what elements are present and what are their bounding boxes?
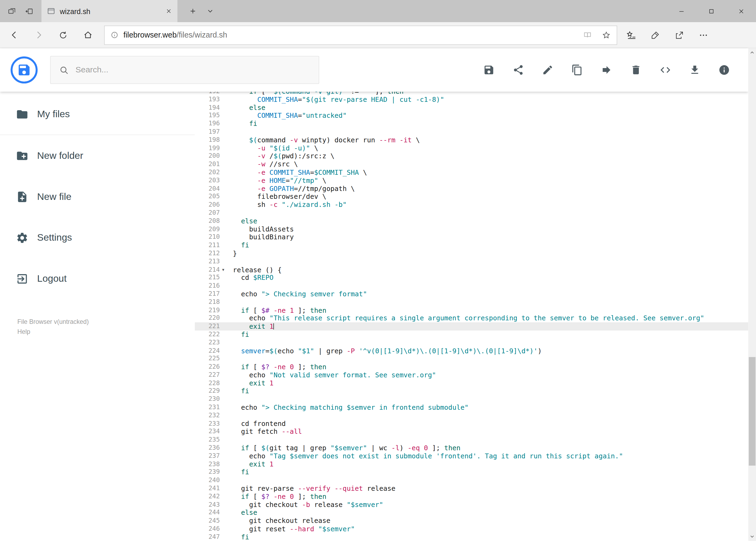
info-icon[interactable]	[111, 31, 119, 39]
reading-view-icon[interactable]	[583, 31, 592, 40]
code-line[interactable]: 209 buildAssets	[195, 225, 748, 233]
star-icon[interactable]	[602, 31, 611, 40]
delete-button[interactable]	[626, 59, 647, 81]
maximize-button[interactable]	[696, 0, 726, 22]
code-line[interactable]: 246 git reset --hard "$semver"	[195, 525, 748, 533]
code-line[interactable]: 216	[195, 282, 748, 290]
code-line[interactable]: 221 exit 1	[195, 322, 748, 330]
favorites-hub-button[interactable]	[621, 25, 641, 45]
code-line[interactable]: 232	[195, 412, 748, 420]
code-line[interactable]: 206 sh -c "./wizard.sh -b"	[195, 201, 748, 209]
filebrowser-logo[interactable]	[11, 56, 38, 84]
info-button[interactable]	[714, 59, 735, 81]
edit-button[interactable]	[537, 59, 559, 81]
code-line[interactable]: 240	[195, 476, 748, 485]
code-line[interactable]: 204 -e GOPATH=//tmp/gopath \	[195, 185, 748, 193]
code-line[interactable]: 226 if [ $? -ne 0 ]; then	[195, 363, 748, 371]
share-button[interactable]	[508, 59, 529, 81]
home-button[interactable]	[77, 24, 99, 46]
scrollbar-thumb[interactable]	[749, 357, 755, 466]
code-line[interactable]: 239 fi	[195, 468, 748, 476]
scroll-down-button[interactable]	[748, 532, 756, 541]
code-line[interactable]: 193 COMMIT_SHA="$(git rev-parse HEAD | c…	[195, 95, 748, 104]
code-line[interactable]: 229 fi	[195, 387, 748, 395]
code-line[interactable]: 194 else	[195, 104, 748, 112]
code-line[interactable]: 210 buildBinary	[195, 233, 748, 241]
code-line[interactable]: 213	[195, 258, 748, 266]
search-box[interactable]	[50, 56, 319, 84]
tab-close-button[interactable]	[166, 8, 172, 14]
tab-list-chevron-button[interactable]	[202, 0, 219, 22]
code-line[interactable]: 214▾release () {	[195, 266, 748, 273]
code-line[interactable]: 222 fi	[195, 330, 748, 338]
sidebar-item-new-file[interactable]: New file	[0, 176, 195, 217]
sidebar-item-my-files[interactable]: My files	[0, 94, 195, 135]
refresh-button[interactable]	[53, 24, 74, 46]
code-line[interactable]: 245 git checkout release	[195, 517, 748, 525]
code-line[interactable]: 200 -v /$(pwd):/src:z \	[195, 152, 748, 160]
code-line[interactable]: 197	[195, 128, 748, 136]
sidebar-item-settings[interactable]: Settings	[0, 217, 195, 258]
fold-gutter-arrow-icon[interactable]: ▾	[220, 266, 227, 273]
code-line[interactable]: 192 if [ "$(command -v git)" != "" ]; th…	[195, 92, 748, 95]
code-line[interactable]: 205 filebrowser/dev \	[195, 193, 748, 201]
code-view-button[interactable]	[655, 59, 676, 81]
code-line[interactable]: 230	[195, 395, 748, 403]
code-line[interactable]: 195 COMMIT_SHA="untracked"	[195, 112, 748, 120]
sidebar-item-logout[interactable]: Logout	[0, 258, 195, 299]
forward-button[interactable]	[28, 24, 49, 46]
browser-tab[interactable]: wizard.sh	[42, 0, 177, 22]
code-line[interactable]: 231 echo "> Checking matching $semver in…	[195, 403, 748, 412]
new-tab-button[interactable]	[184, 0, 201, 22]
more-button[interactable]	[693, 25, 714, 45]
code-line[interactable]: 215 cd $REPO	[195, 273, 748, 282]
code-line[interactable]: 234 git fetch --all	[195, 428, 748, 436]
code-line[interactable]: 247 fi	[195, 533, 748, 541]
code-line[interactable]: 237 echo "Tag $semver does not exist in …	[195, 452, 748, 460]
copy-button[interactable]	[567, 59, 588, 81]
code-line[interactable]: 203 -e HOME="//tmp" \	[195, 176, 748, 185]
code-line[interactable]: 211 fi	[195, 241, 748, 249]
code-line[interactable]: 244 else	[195, 509, 748, 517]
share-button[interactable]	[669, 25, 689, 45]
sidebar-item-new-folder[interactable]: New folder	[0, 135, 195, 176]
code-line[interactable]: 242 if [ $? -ne 0 ]; then	[195, 493, 748, 501]
code-line[interactable]: 212}	[195, 249, 748, 258]
code-line[interactable]: 238 exit 1	[195, 460, 748, 468]
page-scrollbar[interactable]	[748, 48, 756, 541]
tab-preview-button[interactable]	[3, 0, 20, 22]
help-link[interactable]: Help	[17, 326, 89, 337]
code-line[interactable]: 196 fi	[195, 120, 748, 128]
code-line[interactable]: 217 echo "> Checking semver format"	[195, 290, 748, 298]
code-line[interactable]: 228 exit 1	[195, 379, 748, 387]
code-line[interactable]: 208 else	[195, 217, 748, 225]
code-line[interactable]: 207	[195, 209, 748, 217]
set-tabs-aside-button[interactable]	[20, 0, 38, 22]
move-button[interactable]	[596, 59, 617, 81]
annotate-button[interactable]	[645, 25, 665, 45]
code-line[interactable]: 233 cd frontend	[195, 420, 748, 428]
code-line[interactable]: 199 -u "$(id -u)" \	[195, 144, 748, 152]
code-line[interactable]: 243 git checkout -b release "$semver"	[195, 501, 748, 509]
address-bar[interactable]: filebrowser.web/files/wizard.sh	[104, 25, 617, 45]
code-editor[interactable]: 192 if [ "$(command -v git)" != "" ]; th…	[195, 92, 748, 541]
code-line[interactable]: 235	[195, 436, 748, 444]
code-line[interactable]: 218	[195, 298, 748, 306]
close-window-button[interactable]	[726, 0, 756, 22]
search-input[interactable]	[76, 65, 310, 75]
minimize-button[interactable]	[666, 0, 696, 22]
code-line[interactable]: 201 -w //src \	[195, 160, 748, 168]
code-line[interactable]: 227 echo "Not valid semver format. See s…	[195, 371, 748, 379]
code-line[interactable]: 236 if [ $(git tag | grep "$semver" | wc…	[195, 444, 748, 452]
code-line[interactable]: 220 echo "This release script requires a…	[195, 314, 748, 322]
code-line[interactable]: 198 $(command -v winpty) docker run --rm…	[195, 136, 748, 144]
code-line[interactable]: 202 -e COMMIT_SHA=$COMMIT_SHA \	[195, 168, 748, 176]
code-line[interactable]: 224 semver=$(echo "$1" | grep -P '^v(0|[…	[195, 346, 748, 355]
save-button[interactable]	[478, 59, 500, 81]
code-line[interactable]: 225	[195, 355, 748, 363]
download-button[interactable]	[684, 59, 705, 81]
code-line[interactable]: 219 if [ $# -ne 1 ]; then	[195, 306, 748, 314]
code-line[interactable]: 223	[195, 338, 748, 346]
back-button[interactable]	[4, 24, 25, 46]
scroll-up-button[interactable]	[748, 48, 756, 57]
